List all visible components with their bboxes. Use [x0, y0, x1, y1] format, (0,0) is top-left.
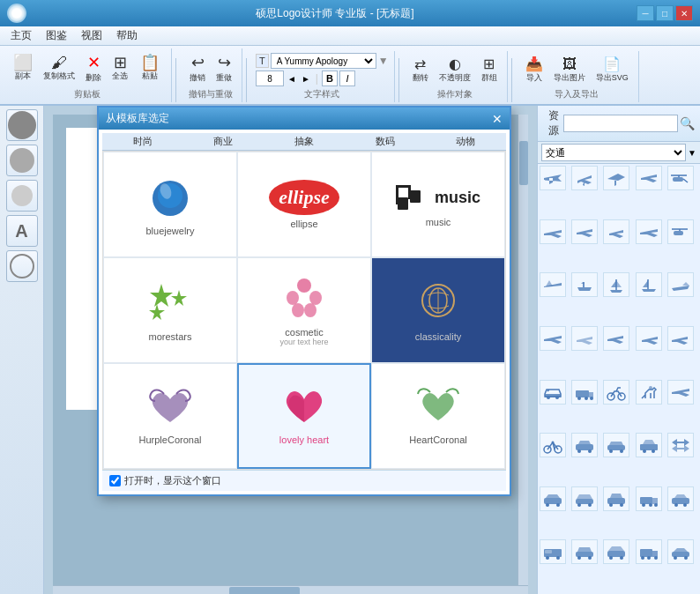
minimize-button[interactable]: ─	[637, 5, 654, 21]
svg-point-14	[297, 278, 311, 293]
icon-plane11[interactable]	[571, 326, 598, 351]
font-size-input[interactable]	[256, 71, 284, 86]
category-dropdown-icon[interactable]: ▼	[688, 148, 696, 158]
tool-select[interactable]	[6, 109, 38, 141]
font-size-up[interactable]: ►	[300, 74, 312, 84]
undo-button[interactable]: ↩ 撤销	[185, 50, 210, 86]
icon-car11[interactable]	[667, 539, 694, 564]
bold-button[interactable]: B	[322, 71, 338, 86]
icon-car4[interactable]	[636, 433, 662, 457]
icon-plane13[interactable]	[636, 326, 662, 351]
icon-car3[interactable]	[603, 433, 629, 457]
icon-arrows[interactable]	[667, 433, 694, 457]
font-dropdown-icon[interactable]: ▼	[378, 55, 389, 67]
v-scroll-thumb[interactable]	[519, 141, 528, 185]
h-scroll-thumb[interactable]	[229, 587, 300, 594]
logo-cell-bluejewelry[interactable]: bluejewelry	[103, 152, 237, 257]
copy-button[interactable]: ⬜ 副本	[9, 52, 37, 85]
resource-search-input[interactable]	[563, 115, 678, 132]
tool-text[interactable]: A	[6, 215, 38, 247]
export-svg-button[interactable]: 📄 导出SVG	[592, 53, 633, 86]
font-size-down[interactable]: ◄	[286, 74, 298, 84]
icon-plane7[interactable]	[603, 219, 629, 244]
maximize-button[interactable]: □	[656, 5, 674, 21]
icon-car5[interactable]	[540, 486, 566, 511]
close-button[interactable]: ✕	[675, 5, 693, 21]
icon-plane9[interactable]	[540, 272, 566, 297]
select-all-button[interactable]: ⊞ 全选	[108, 52, 132, 85]
logo-cell-hurplecoronal[interactable]: HurpleCoronal	[103, 363, 237, 469]
icon-car7[interactable]	[603, 486, 629, 511]
vertical-scrollbar[interactable]	[518, 115, 528, 585]
col-animal[interactable]: 动物	[425, 133, 506, 150]
icon-horse[interactable]	[636, 380, 662, 405]
icon-bicycle[interactable]	[540, 433, 566, 457]
logo-cell-heartcoronal[interactable]: HeartCoronal	[371, 363, 505, 469]
icon-bigtruck[interactable]	[636, 539, 662, 564]
icon-plane4[interactable]	[636, 166, 662, 190]
italic-button[interactable]: I	[339, 71, 355, 86]
export-image-button[interactable]: 🖼 导出图片	[549, 54, 590, 86]
dialog-close-button[interactable]: ✕	[492, 112, 503, 126]
horizontal-scrollbar[interactable]	[53, 585, 528, 594]
logo-cell-music[interactable]: music music	[371, 152, 505, 257]
logo-cell-ellipse[interactable]: ellipse ellipse	[237, 152, 371, 257]
icon-car1[interactable]	[540, 380, 566, 405]
tool-circle-sm[interactable]	[6, 180, 38, 212]
menu-view[interactable]: 视图	[74, 26, 109, 45]
icon-plane14[interactable]	[667, 326, 694, 351]
icon-yacht[interactable]	[636, 272, 662, 297]
delete-button[interactable]: ✕ 删除	[81, 50, 106, 86]
menu-library[interactable]: 图鉴	[39, 26, 74, 45]
icon-helicopter1[interactable]	[667, 166, 694, 190]
menu-home[interactable]: 主页	[4, 26, 39, 45]
menu-help[interactable]: 帮助	[109, 26, 145, 45]
icon-sailboat[interactable]	[603, 272, 629, 297]
search-icon[interactable]: 🔍	[680, 116, 695, 130]
icon-speedboat[interactable]	[667, 272, 694, 297]
paste-button[interactable]: 📋 粘贴	[134, 52, 166, 85]
icon-truck1[interactable]	[571, 380, 598, 405]
tool-outline[interactable]	[6, 250, 38, 282]
icon-plane1[interactable]	[540, 166, 566, 190]
icon-ship1[interactable]	[571, 272, 598, 297]
copy-format-button[interactable]: 🖌 复制格式	[39, 52, 79, 85]
col-fashion[interactable]: 时尚	[102, 133, 183, 150]
flip-button[interactable]: ⇄ 翻转	[408, 53, 433, 86]
icon-plane2[interactable]	[571, 166, 598, 190]
icon-plane10[interactable]	[540, 326, 566, 351]
svg-rect-26	[674, 231, 683, 235]
icon-van[interactable]	[540, 539, 566, 564]
redo-button[interactable]: ↪ 重做	[212, 50, 236, 86]
opacity-button[interactable]: ◐ 不透明度	[435, 53, 475, 86]
icon-car8[interactable]	[667, 486, 694, 511]
icon-car2[interactable]	[571, 433, 598, 457]
icon-car9[interactable]	[571, 539, 598, 564]
icon-motorcycle[interactable]	[603, 380, 629, 405]
icon-plane15[interactable]	[667, 380, 694, 405]
group-button[interactable]: ⊞ 群组	[477, 53, 502, 86]
logo-cell-morestars[interactable]: morestars	[103, 257, 237, 363]
icon-plane6[interactable]	[571, 219, 598, 244]
category-select[interactable]: 交通 动物 时尚	[541, 144, 686, 161]
logo-cell-lovelyheart[interactable]: lovely heart	[237, 363, 371, 469]
import-button[interactable]: 📥 导入	[521, 53, 547, 86]
icon-helicopter2[interactable]	[667, 219, 694, 244]
icon-plane5[interactable]	[540, 219, 566, 244]
icon-car6[interactable]	[571, 486, 598, 511]
footer-checkbox-label[interactable]: 打开时，显示这个窗口	[109, 474, 221, 487]
show-on-open-checkbox[interactable]	[109, 475, 121, 486]
logo-cell-cosmetic[interactable]: cosmetic your text here	[237, 257, 371, 363]
font-name-select[interactable]: A Yummy Apology	[271, 53, 376, 69]
icon-plane8[interactable]	[636, 219, 662, 244]
col-digital[interactable]: 数码	[345, 133, 426, 150]
tool-circle-md[interactable]	[6, 145, 38, 176]
col-abstract[interactable]: 抽象	[264, 133, 345, 150]
icon-car10[interactable]	[603, 539, 629, 564]
copy-icon: ⬜	[13, 55, 33, 71]
icon-truck2[interactable]	[636, 486, 662, 511]
icon-plane12[interactable]	[603, 326, 629, 351]
col-business[interactable]: 商业	[183, 133, 264, 150]
logo-cell-classicality[interactable]: classicality	[371, 257, 505, 363]
icon-plane3[interactable]	[603, 166, 629, 190]
